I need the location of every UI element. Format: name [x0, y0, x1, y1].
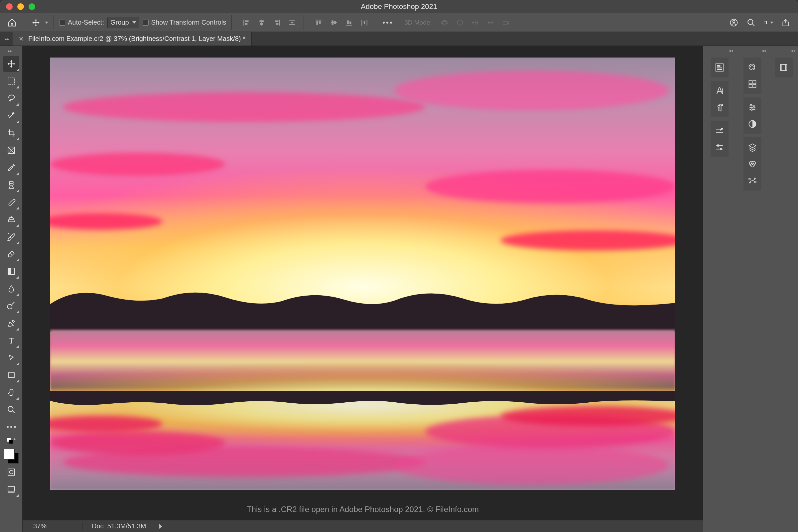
foreground-color[interactable] [4, 449, 15, 459]
brush-settings-icon [715, 126, 724, 135]
pen-tool[interactable] [3, 315, 19, 331]
svg-rect-72 [753, 81, 756, 84]
move-tool[interactable] [3, 56, 19, 72]
layers-panel-button[interactable] [746, 141, 759, 154]
svg-point-67 [750, 66, 751, 68]
rectangular-marquee-tool[interactable] [3, 73, 19, 89]
default-colors-button[interactable] [3, 436, 19, 446]
modifiers-panel-button[interactable] [713, 141, 726, 154]
show-transform-checkbox[interactable]: Show Transform Controls [142, 19, 226, 26]
swatches-panel-button[interactable] [746, 77, 759, 91]
show-transform-input[interactable] [142, 20, 149, 25]
distribute-v-button[interactable] [358, 17, 370, 28]
zoom-level[interactable]: 37% [23, 522, 82, 530]
zoom-tool[interactable] [3, 402, 19, 418]
svg-rect-71 [749, 81, 752, 84]
adjustments-panel-button[interactable] [746, 101, 759, 114]
current-tool-icon[interactable] [32, 18, 40, 27]
magic-wand-tool[interactable] [3, 108, 19, 124]
paths-panel-button[interactable] [746, 174, 759, 187]
character-panel-button[interactable] [713, 84, 726, 97]
right-panels: ◂◂ ◂◂ [703, 46, 798, 532]
svg-point-78 [750, 104, 752, 106]
status-flyout-button[interactable] [159, 524, 162, 529]
eraser-tool[interactable] [3, 246, 19, 262]
home-button[interactable] [3, 16, 21, 30]
auto-select-input[interactable] [59, 20, 65, 25]
auto-select-checkbox[interactable]: Auto-Select: [59, 19, 104, 26]
auto-select-type-dropdown[interactable]: Group [108, 17, 139, 28]
maximize-window-button[interactable] [28, 3, 35, 10]
panel-collapse-button[interactable]: ◂◂ [791, 48, 795, 55]
close-tab-button[interactable]: ✕ [19, 35, 24, 42]
type-tool[interactable] [3, 332, 19, 348]
channels-icon [747, 159, 757, 169]
blur-tool[interactable] [3, 281, 19, 297]
svg-rect-52 [8, 469, 15, 475]
channels-panel-button[interactable] [746, 157, 759, 171]
paragraph-panel-button[interactable] [713, 101, 726, 114]
svg-rect-21 [361, 20, 362, 25]
search-button[interactable] [746, 18, 756, 27]
cloud-docs-button[interactable] [729, 18, 739, 27]
spot-healing-tool[interactable] [3, 177, 19, 193]
more-align-button[interactable] [381, 17, 393, 28]
align-right-button[interactable] [271, 17, 283, 28]
edit-toolbar-button[interactable] [3, 419, 19, 435]
libraries-panel-button[interactable] [777, 61, 790, 74]
svg-point-30 [733, 20, 735, 23]
hand-tool[interactable] [3, 384, 19, 400]
panel-collapse-button[interactable]: ◂◂ [728, 48, 733, 55]
quick-mask-button[interactable] [3, 464, 19, 480]
gradient-tool[interactable] [3, 263, 19, 279]
canvas-area[interactable] [23, 46, 703, 499]
rectangle-tool[interactable] [3, 367, 19, 383]
svg-rect-13 [317, 21, 319, 25]
dodge-tool[interactable] [3, 298, 19, 314]
lasso-tool[interactable] [3, 91, 19, 107]
svg-rect-17 [334, 21, 336, 24]
align-center-v-button[interactable] [328, 17, 340, 28]
brush-settings-panel-button[interactable] [713, 124, 726, 137]
align-top-button[interactable] [312, 17, 324, 28]
svg-rect-74 [753, 84, 756, 88]
workspace-button[interactable] [763, 18, 773, 27]
mode-3d-group [439, 17, 512, 28]
svg-rect-20 [349, 21, 352, 24]
divider [399, 15, 399, 30]
crop-tool[interactable] [3, 125, 19, 141]
tool-preset-dropdown[interactable] [45, 22, 48, 24]
panel-collapse-button[interactable]: ◂◂ [761, 48, 766, 55]
align-bottom-button[interactable] [343, 17, 355, 28]
align-left-button[interactable] [241, 17, 252, 28]
distribute-h-button[interactable] [286, 17, 298, 28]
styles-panel-button[interactable] [746, 117, 759, 131]
clone-stamp-tool[interactable] [3, 211, 19, 227]
chevron-down-icon [770, 22, 773, 24]
share-button[interactable] [781, 18, 791, 27]
toolbox-collapse-button[interactable]: ▸▸ [8, 49, 15, 53]
color-swatch[interactable] [4, 449, 19, 463]
close-window-button[interactable] [6, 3, 13, 10]
svg-rect-44 [8, 268, 11, 274]
swatches-icon [748, 79, 757, 89]
divider [231, 15, 232, 30]
artboard-image [50, 58, 675, 490]
align-center-h-button[interactable] [256, 17, 268, 28]
divider [376, 15, 376, 30]
collapse-panels-button[interactable]: ▸▸ [3, 35, 11, 43]
history-brush-tool[interactable] [3, 229, 19, 245]
color-panel-button[interactable] [746, 61, 759, 74]
document-tab[interactable]: ✕ FileInfo.com Example.cr2 @ 37% (Bright… [13, 32, 252, 45]
brush-tool[interactable] [3, 194, 19, 210]
minimize-window-button[interactable] [17, 3, 24, 10]
doc-info[interactable]: Doc: 51.3M/51.3M [82, 522, 146, 530]
screen-mode-button[interactable] [3, 481, 19, 497]
document-tab-title: FileInfo.com Example.cr2 @ 37% (Brightne… [28, 35, 245, 42]
svg-rect-11 [291, 22, 293, 23]
path-selection-tool[interactable] [3, 350, 19, 366]
eyedropper-tool[interactable] [3, 159, 19, 175]
modifiers-icon [715, 143, 724, 152]
history-panel-button[interactable] [713, 61, 726, 74]
frame-tool[interactable] [3, 142, 19, 158]
